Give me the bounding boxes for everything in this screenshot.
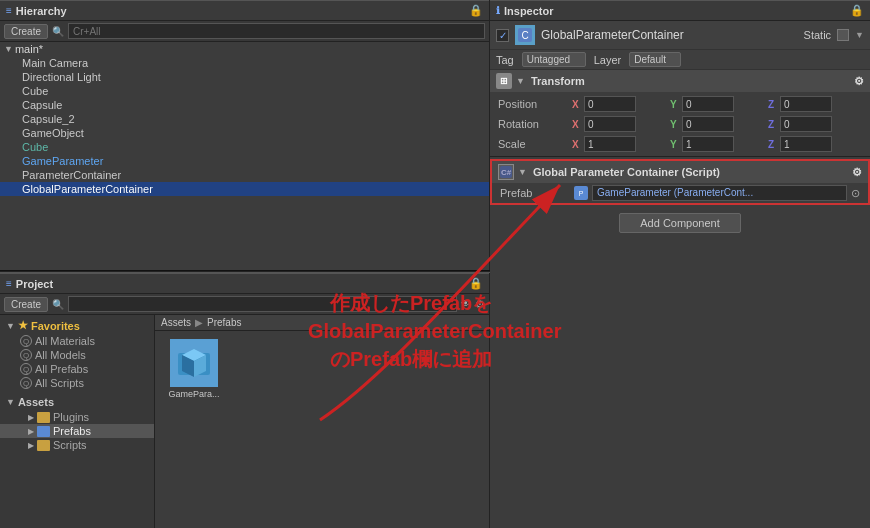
project-create-button[interactable]: Create bbox=[4, 297, 48, 312]
eye-icon[interactable]: 👁 bbox=[461, 298, 471, 311]
hierarchy-header: ≡ Hierarchy 🔒 bbox=[0, 0, 489, 21]
item-label: Plugins bbox=[53, 411, 89, 423]
folder-icon bbox=[37, 426, 50, 437]
svg-text:C#: C# bbox=[501, 168, 512, 177]
inspector-header: ℹ Inspector 🔒 bbox=[490, 0, 870, 21]
rotation-x: X bbox=[572, 116, 666, 132]
inspector-lock-icon[interactable]: 🔒 bbox=[850, 4, 864, 17]
object-enabled-checkbox[interactable]: ✓ bbox=[496, 29, 509, 42]
favorites-section[interactable]: ▼ ★ Favorites bbox=[0, 317, 154, 334]
tree-item-plugins[interactable]: ▶ Plugins bbox=[0, 410, 154, 424]
tree-item-all-models[interactable]: Q All Models bbox=[0, 348, 154, 362]
object-name: GlobalParameterContainer bbox=[541, 28, 798, 42]
tree-item-all-prefabs[interactable]: Q All Prefabs bbox=[0, 362, 154, 376]
inspector-panel-icon: ℹ bbox=[496, 5, 500, 16]
hierarchy-item-capsule[interactable]: Capsule bbox=[0, 98, 489, 112]
position-z: Z bbox=[768, 96, 862, 112]
prefab-value[interactable]: GameParameter (ParameterCont... bbox=[592, 185, 847, 201]
hierarchy-panel: ≡ Hierarchy 🔒 Create 🔍 ▼ main* bbox=[0, 0, 490, 270]
scale-row: Scale X Y Z bbox=[490, 134, 870, 154]
item-label: GameObject bbox=[22, 127, 84, 139]
position-label: Position bbox=[498, 98, 568, 110]
hierarchy-item-main-camera[interactable]: Main Camera bbox=[0, 56, 489, 70]
z-label: Z bbox=[768, 119, 778, 130]
rotation-y-input[interactable] bbox=[682, 116, 734, 132]
project-files-area: Assets ▶ Prefabs bbox=[155, 315, 489, 528]
gear-icon[interactable]: ⚙ bbox=[854, 75, 864, 88]
hierarchy-item-cube2[interactable]: Cube bbox=[0, 140, 489, 154]
item-label: All Prefabs bbox=[35, 363, 88, 375]
tree-item-all-scripts[interactable]: Q All Scripts bbox=[0, 376, 154, 390]
hierarchy-item-parametercontainer[interactable]: ParameterContainer bbox=[0, 168, 489, 182]
folder-icon bbox=[37, 412, 50, 423]
hierarchy-item-directional-light[interactable]: Directional Light bbox=[0, 70, 489, 84]
gear-icon[interactable]: ⚙ bbox=[475, 298, 485, 311]
hierarchy-item-gameparameter[interactable]: GameParameter bbox=[0, 154, 489, 168]
transform-header[interactable]: ⊞ ▼ Transform ⚙ bbox=[490, 70, 870, 92]
tag-dropdown[interactable]: Untagged bbox=[522, 52, 586, 67]
project-lock-icon[interactable]: 🔒 bbox=[469, 277, 483, 290]
hierarchy-item-gameobject[interactable]: GameObject bbox=[0, 126, 489, 140]
position-y-input[interactable] bbox=[682, 96, 734, 112]
hierarchy-title: Hierarchy bbox=[16, 5, 67, 17]
transform-component: ⊞ ▼ Transform ⚙ Position X Y bbox=[490, 70, 870, 157]
y-label: Y bbox=[670, 119, 680, 130]
rotation-label: Rotation bbox=[498, 118, 568, 130]
search-icon: Q bbox=[20, 363, 32, 375]
rotation-x-input[interactable] bbox=[584, 116, 636, 132]
prefab-row: Prefab P GameParameter (ParameterCont...… bbox=[492, 183, 868, 203]
tag-layer-row: Tag Untagged Layer Default bbox=[490, 50, 870, 70]
hierarchy-search-input[interactable] bbox=[68, 23, 485, 39]
item-label: All Materials bbox=[35, 335, 95, 347]
tree-item-prefabs[interactable]: ▶ Prefabs bbox=[0, 424, 154, 438]
search-icon: Q bbox=[20, 335, 32, 347]
project-panel-icon: ≡ bbox=[6, 278, 12, 289]
scale-z-input[interactable] bbox=[780, 136, 832, 152]
file-name: GamePara... bbox=[168, 389, 219, 399]
left-panel: ≡ Hierarchy 🔒 Create 🔍 ▼ main* bbox=[0, 0, 490, 528]
hierarchy-root-label: main* bbox=[15, 43, 43, 55]
project-panel: ≡ Project 🔒 Create 🔍 👁 ⚙ bbox=[0, 273, 490, 528]
script-title: Global Parameter Container (Script) bbox=[533, 166, 720, 178]
transform-icon: ⊞ bbox=[496, 73, 512, 89]
hierarchy-item-main[interactable]: ▼ main* bbox=[0, 42, 489, 56]
position-z-input[interactable] bbox=[780, 96, 832, 112]
hierarchy-item-capsule2[interactable]: Capsule_2 bbox=[0, 112, 489, 126]
hierarchy-item-cube[interactable]: Cube bbox=[0, 84, 489, 98]
add-component-button[interactable]: Add Component bbox=[619, 213, 741, 233]
item-label: Capsule bbox=[22, 99, 62, 111]
breadcrumb-prefabs: Prefabs bbox=[207, 317, 241, 328]
favorites-label: Favorites bbox=[31, 320, 80, 332]
transform-title: Transform bbox=[531, 75, 585, 87]
project-search-input[interactable] bbox=[68, 296, 457, 312]
tree-item-all-materials[interactable]: Q All Materials bbox=[0, 334, 154, 348]
file-item-gamepara[interactable]: GamePara... bbox=[159, 335, 229, 403]
position-x-input[interactable] bbox=[584, 96, 636, 112]
static-dropdown-arrow[interactable]: ▼ bbox=[855, 30, 864, 40]
prefab-select-icon[interactable]: ⊙ bbox=[851, 187, 860, 200]
scale-y-input[interactable] bbox=[682, 136, 734, 152]
gear-icon[interactable]: ⚙ bbox=[852, 166, 862, 179]
scale-x-input[interactable] bbox=[584, 136, 636, 152]
project-toolbar: Create 🔍 👁 ⚙ bbox=[0, 294, 489, 315]
static-label: Static bbox=[804, 29, 832, 41]
item-label: GlobalParameterContainer bbox=[22, 183, 153, 195]
scale-label: Scale bbox=[498, 138, 568, 150]
static-checkbox[interactable] bbox=[837, 29, 849, 41]
prefab-icon: P bbox=[574, 186, 588, 200]
x-label: X bbox=[572, 139, 582, 150]
assets-section[interactable]: ▼ Assets bbox=[0, 394, 154, 410]
tree-item-scripts[interactable]: ▶ Scripts bbox=[0, 438, 154, 452]
hierarchy-item-globalparametercontainer[interactable]: GlobalParameterContainer bbox=[0, 182, 489, 196]
rotation-z-input[interactable] bbox=[780, 116, 832, 132]
y-label: Y bbox=[670, 99, 680, 110]
scale-z: Z bbox=[768, 136, 862, 152]
transform-caret: ▼ bbox=[516, 76, 525, 86]
layer-dropdown[interactable]: Default bbox=[629, 52, 681, 67]
script-header[interactable]: C# ▼ Global Parameter Container (Script)… bbox=[492, 161, 868, 183]
layer-label: Layer bbox=[594, 54, 622, 66]
hierarchy-create-button[interactable]: Create bbox=[4, 24, 48, 39]
script-icon: C# bbox=[498, 164, 514, 180]
hierarchy-lock-icon[interactable]: 🔒 bbox=[469, 4, 483, 17]
item-label: All Scripts bbox=[35, 377, 84, 389]
